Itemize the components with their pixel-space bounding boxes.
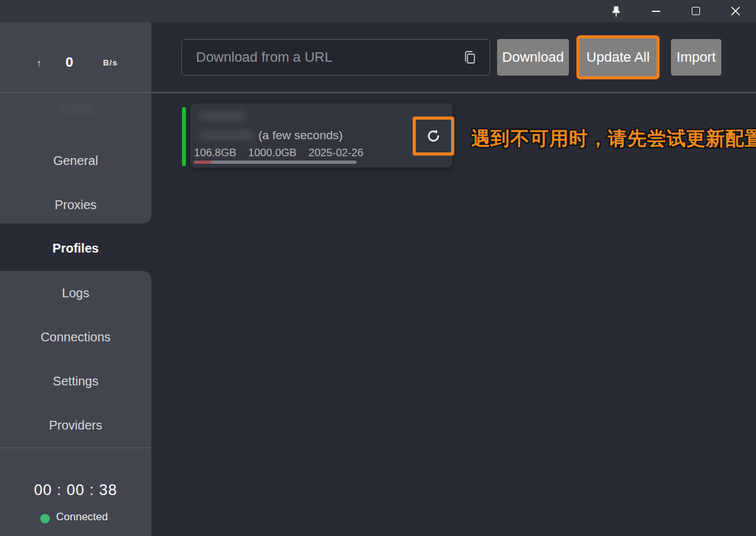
annotation-highlight-update-all: Update All xyxy=(576,35,660,79)
redacted-sidebar-logo xyxy=(58,105,94,114)
import-button[interactable]: Import xyxy=(671,39,721,76)
refresh-icon xyxy=(425,128,442,144)
sidebar-item-connections[interactable]: Connections xyxy=(0,328,151,346)
profile-subtitle-row: (a few seconds) xyxy=(199,128,343,142)
annotation-update-hint: 遇到不可用时，请先尝试更新配置 xyxy=(471,126,755,150)
traffic-progress-bar xyxy=(194,161,357,164)
upload-speed-row: ↑ 0 B/s xyxy=(0,54,151,71)
close-button[interactable] xyxy=(723,0,748,22)
traffic-progress-fill xyxy=(194,161,212,164)
upload-speed-value: 0 xyxy=(50,54,88,71)
upload-arrow-icon: ↑ xyxy=(33,57,45,68)
profile-expiry-date: 2025-02-26 xyxy=(309,147,364,159)
connected-dot-icon xyxy=(40,514,50,523)
maximize-button[interactable] xyxy=(683,0,708,22)
connection-status-label: Connected xyxy=(56,511,108,523)
url-input[interactable] xyxy=(181,39,490,76)
app-window: ↑ 0 B/s ↓ 0 B/s General Proxies Profiles… xyxy=(0,0,756,536)
update-profile-button[interactable] xyxy=(421,123,446,149)
sidebar-item-logs[interactable]: Logs xyxy=(0,283,151,302)
download-button[interactable]: Download xyxy=(497,39,569,76)
redacted-profile-url xyxy=(199,130,255,140)
pin-button[interactable] xyxy=(604,0,629,22)
minimize-button[interactable] xyxy=(643,0,668,22)
traffic-panel: ↑ 0 B/s ↓ 0 B/s xyxy=(0,22,151,92)
maximize-icon xyxy=(692,7,700,15)
profile-active-indicator xyxy=(182,107,186,166)
redacted-profile-name xyxy=(199,111,246,122)
profile-total-traffic: 1000.0GB xyxy=(248,147,297,159)
sidebar-item-proxies[interactable]: Proxies xyxy=(0,195,151,214)
close-icon xyxy=(731,6,740,16)
annotation-highlight-refresh xyxy=(413,117,454,156)
titlebar xyxy=(0,0,756,22)
profile-stats-row: 106.8GB 1000.0GB 2025-02-26 xyxy=(194,147,364,159)
update-all-button[interactable]: Update All xyxy=(580,38,656,76)
sidebar-item-general[interactable]: General xyxy=(0,151,151,170)
pin-icon xyxy=(611,6,621,17)
paste-icon[interactable] xyxy=(461,49,479,67)
sidebar-item-profiles[interactable]: Profiles xyxy=(0,239,151,258)
profile-updated-label: (a few seconds) xyxy=(258,128,343,142)
connection-status: Connected xyxy=(0,510,151,527)
uptime-timer: 00 : 00 : 38 xyxy=(0,481,151,499)
sidebar-item-settings[interactable]: Settings xyxy=(0,372,151,391)
upload-speed-unit: B/s xyxy=(94,58,126,67)
minimize-icon xyxy=(652,11,660,12)
sidebar-item-providers[interactable]: Providers xyxy=(0,416,151,435)
profile-used-traffic: 106.8GB xyxy=(194,147,236,159)
